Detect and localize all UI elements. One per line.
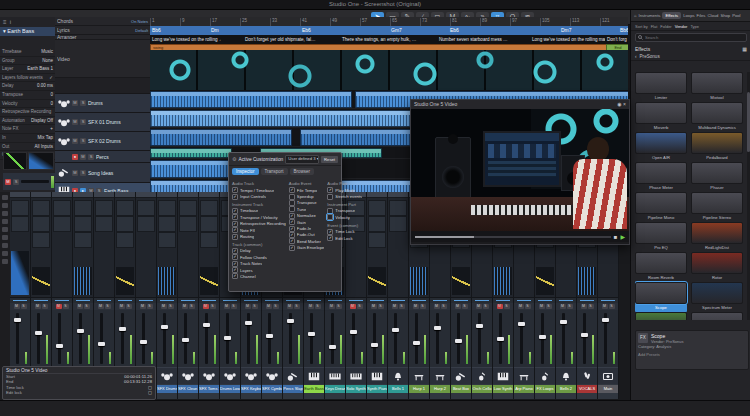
channel-solo-button[interactable]: S [210,304,216,309]
insert-slot[interactable] [158,232,176,248]
pan-slider[interactable] [136,298,156,303]
channel-icon-tile[interactable] [598,367,618,384]
checkbox[interactable]: ✓ [289,219,295,225]
channel-mute-button[interactable]: M [224,304,230,309]
dialog-option-routing[interactable]: ✓Routing [232,233,286,239]
checkbox[interactable]: ✓ [327,229,333,235]
insert-slot[interactable] [179,200,197,216]
fader-handle[interactable] [371,343,378,347]
channel-solo-button[interactable]: S [189,304,195,309]
channel-solo-button[interactable]: S [378,304,384,309]
checkbox[interactable]: ✓ [232,267,238,273]
insert-slot[interactable] [53,200,71,216]
fader-handle[interactable] [224,336,231,340]
fader-handle[interactable] [119,327,126,331]
lyric-event[interactable]: Long we've tossed on the rolling ← [150,35,245,44]
checkbox[interactable]: ✓ [289,238,295,244]
fader-handle[interactable] [602,318,609,322]
browser-filter-sort-by[interactable]: Sort by [635,24,648,29]
plugin-tile-tone-generator[interactable]: Tone Generator [691,312,743,320]
chord-event-Eb6[interactable]: Eb6 [300,26,391,35]
chord-event-Bb6[interactable]: Bb6 [618,26,628,35]
browser-search[interactable]: Search [635,33,747,42]
checkbox[interactable] [289,200,295,206]
channel-solo-button[interactable]: S [420,304,426,309]
grid-view-icon[interactable]: ▦ [742,46,747,52]
mute-button[interactable]: M [72,138,78,144]
pan-slider[interactable] [577,298,597,303]
channel-solo-button[interactable]: S [609,304,615,309]
channel-mute-button[interactable]: M [98,304,104,309]
fader-handle[interactable] [308,332,315,336]
checkbox[interactable]: ✓ [232,214,238,220]
channel-name-tag[interactable]: Drums Low [220,385,240,393]
channel-name-tag[interactable]: SFX Cymbals [262,385,282,393]
channel-solo-button[interactable]: S [462,304,468,309]
channel-solo-button[interactable]: S [252,304,258,309]
channel-mute-button[interactable]: M [161,304,167,309]
rail-icon-0[interactable] [2,195,8,200]
video-progress-bar[interactable] [415,236,611,238]
channel-mute-button[interactable]: M [392,304,398,309]
inspector-row-transpose[interactable]: Transpose0 [0,91,55,100]
fader-handle[interactable] [560,320,567,324]
fader-handle[interactable] [203,323,210,327]
video-play-button[interactable]: ▶ [620,233,625,240]
insert-slot[interactable] [74,216,92,232]
solo-button[interactable]: S [80,138,86,144]
fader-handle[interactable] [98,342,105,346]
plugin-tile-open-air[interactable]: Open AIR [635,132,687,162]
plugin-tile-pedalboard[interactable]: Pedalboard [691,132,743,162]
fader-handle[interactable] [56,344,63,348]
lyric-event[interactable]: There she swings, an empty hulk, … [340,35,439,44]
channel-icon-tile[interactable] [367,367,387,384]
plugin-tile-multiband-dynamics[interactable]: Multiband Dynamics [691,102,743,132]
plugin-tile-scope[interactable]: Scope [635,282,687,312]
track-header-extra[interactable]: On Notes [131,19,148,24]
channel-name-tag[interactable]: Main [598,385,618,393]
fader-handle[interactable] [413,341,420,345]
fader-handle[interactable] [245,321,252,325]
insert-slot[interactable] [137,200,155,216]
insert-rack[interactable] [31,198,51,298]
channel-name-tag[interactable]: SFX Clean Beat [178,385,198,393]
checkbox[interactable]: ✓ [289,245,295,251]
insert-slot[interactable] [200,200,218,216]
pan-slider[interactable] [535,298,555,303]
insert-rack[interactable] [94,198,114,298]
fader-handle[interactable] [581,333,588,337]
insert-slot[interactable] [11,200,29,216]
insert-slot[interactable] [32,200,50,216]
channel-solo-button[interactable]: S [567,304,573,309]
channel-mute-button[interactable]: M [581,304,587,309]
pan-slider[interactable] [52,298,72,303]
inspector-row-out[interactable]: OutAll Inputs [0,143,55,152]
checkbox[interactable] [327,194,333,200]
checkbox[interactable] [327,208,333,214]
checkbox[interactable]: ✓ [232,234,238,240]
dialog-option-stretch-events[interactable]: Stretch events [327,193,362,199]
pan-slider[interactable] [430,298,450,303]
fader-handle[interactable] [497,337,504,341]
fader-handle[interactable] [182,338,189,342]
channel-mute-button[interactable]: M [371,304,377,309]
plugin-tile-splitter[interactable]: Splitter [635,312,687,320]
channel-name-tag[interactable]: Beat Box [451,385,471,393]
channel-strip-bells-1[interactable]: MSBells 1 [388,192,409,399]
checkbox[interactable]: ✓ [327,235,333,241]
dialog-tab-inspector[interactable]: Inspector [232,168,259,175]
audio-clip[interactable] [150,91,352,108]
channel-icon-tile[interactable] [493,367,513,384]
dialog-option-edit-lock[interactable]: ✓Edit Lock [327,235,362,241]
fader-handle[interactable] [266,334,273,338]
plugin-tile-pipeline-mono[interactable]: Pipeline Mono [635,192,687,222]
checkbox[interactable]: ✓ [232,248,238,254]
channel-icon-tile[interactable] [451,367,471,384]
plugin-tile-pro-eq[interactable]: Pro EQ [635,222,687,252]
channel-mute-button[interactable]: M [329,304,335,309]
browser-filter-flat[interactable]: Flat [651,24,658,29]
checkbox[interactable] [327,214,333,220]
checkbox[interactable] [289,194,295,200]
channel-solo-button[interactable]: S [126,304,132,309]
channel-solo-button[interactable]: S [231,304,237,309]
